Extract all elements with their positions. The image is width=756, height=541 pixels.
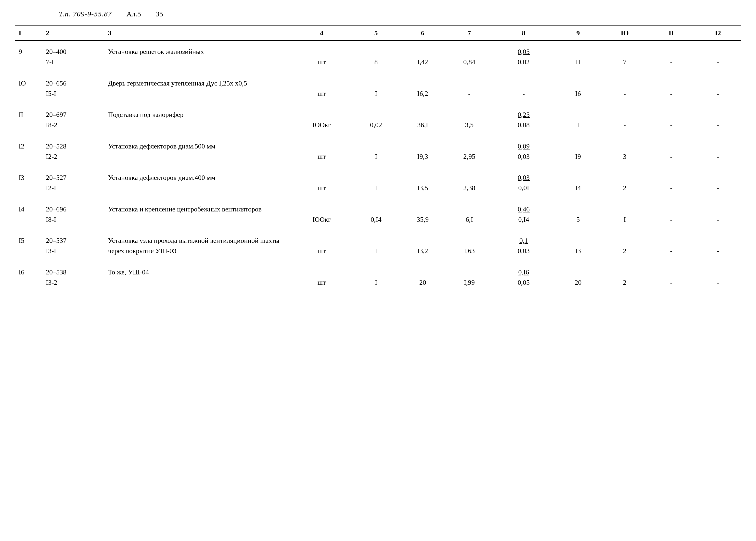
- row-col6: I9,3: [399, 135, 446, 164]
- row-col6: I,42: [399, 40, 446, 70]
- row-description: То же, УШ-04: [104, 261, 291, 290]
- row-col9: I9: [555, 135, 601, 164]
- row-quantity: I: [353, 167, 399, 196]
- row-unit: шт: [291, 167, 353, 196]
- row-col12: -: [695, 261, 741, 290]
- row-col7: -: [446, 72, 493, 101]
- row-description: Дверь герметическая утепленная Дус I,25х…: [104, 72, 291, 101]
- row-col12: -: [695, 104, 741, 133]
- row-col12: -: [695, 230, 741, 259]
- row-col10: 2: [602, 261, 648, 290]
- col-header-2: 2: [42, 26, 104, 40]
- row-code: 20–656 I5-I: [42, 72, 104, 101]
- row-quantity: I: [353, 72, 399, 101]
- table-row: II20–697 I8-2Подставка под калориферIOOк…: [15, 104, 741, 133]
- col-header-5: 5: [353, 26, 399, 40]
- table-row: I220–528 I2-2Установка дефлекторов диам.…: [15, 135, 741, 164]
- row-col7: 6,I: [446, 198, 493, 227]
- row-code: 20–696 I8-I: [42, 198, 104, 227]
- col-header-8: 8: [493, 26, 555, 40]
- row-index: IO: [15, 72, 42, 101]
- row-col11: -: [648, 198, 695, 227]
- col-header-7: 7: [446, 26, 493, 40]
- row-col11: -: [648, 104, 695, 133]
- row-col7: 2,95: [446, 135, 493, 164]
- sheet-label: Ал.5: [127, 10, 141, 18]
- row-col10: 3: [602, 135, 648, 164]
- row-col8: 0,030,0I: [493, 167, 555, 196]
- row-col8: 0,250,08: [493, 104, 555, 133]
- row-code: 20–697 I8-2: [42, 104, 104, 133]
- table-row: I320–527 I2-IУстановка дефлекторов диам.…: [15, 167, 741, 196]
- row-index: 9: [15, 40, 42, 70]
- row-description: Установка дефлекторов диам.400 мм: [104, 167, 291, 196]
- row-col7: 2,38: [446, 167, 493, 196]
- row-col7: I,99: [446, 261, 493, 290]
- row-quantity: I: [353, 261, 399, 290]
- row-quantity: 0,02: [353, 104, 399, 133]
- row-col10: 2: [602, 230, 648, 259]
- row-col6: I6,2: [399, 72, 446, 101]
- row-code: 20–400 7-I: [42, 40, 104, 70]
- row-col9: I: [555, 104, 601, 133]
- page-number: 35: [156, 10, 163, 18]
- row-col6: 35,9: [399, 198, 446, 227]
- row-col10: 7: [602, 40, 648, 70]
- row-unit: шт: [291, 40, 353, 70]
- row-index: I5: [15, 230, 42, 259]
- col-header-6: 6: [399, 26, 446, 40]
- row-col12: -: [695, 40, 741, 70]
- row-col9: I6: [555, 72, 601, 101]
- row-col9: 20: [555, 261, 601, 290]
- row-col8: 0,I60,05: [493, 261, 555, 290]
- row-col11: -: [648, 72, 695, 101]
- row-quantity: I: [353, 135, 399, 164]
- row-col12: -: [695, 167, 741, 196]
- row-col7: 3,5: [446, 104, 493, 133]
- table-header-row: I 2 3 4 5 6 7 8 9 IO II I2: [15, 26, 741, 40]
- row-description: Установка дефлекторов диам.500 мм: [104, 135, 291, 164]
- row-unit: шт: [291, 230, 353, 259]
- row-index: I3: [15, 167, 42, 196]
- row-col10: 2: [602, 167, 648, 196]
- row-col9: II: [555, 40, 601, 70]
- document-header: Т.п. 709-9-55.87 Ал.5 35: [15, 10, 741, 18]
- row-quantity: 8: [353, 40, 399, 70]
- row-col12: -: [695, 135, 741, 164]
- row-code: 20–538 I3-2: [42, 261, 104, 290]
- row-col11: -: [648, 40, 695, 70]
- row-quantity: 0,I4: [353, 198, 399, 227]
- row-col10: -: [602, 104, 648, 133]
- col-header-1: I: [15, 26, 42, 40]
- row-unit: шт: [291, 72, 353, 101]
- row-description: Установка решеток жалюзийных: [104, 40, 291, 70]
- row-col8: -: [493, 72, 555, 101]
- main-table: I 2 3 4 5 6 7 8 9 IO II I2 920–400 7-IУс…: [15, 25, 741, 292]
- row-code: 20–527 I2-I: [42, 167, 104, 196]
- col-header-11: II: [648, 26, 695, 40]
- row-unit: IOOкг: [291, 104, 353, 133]
- col-header-4: 4: [291, 26, 353, 40]
- col-header-10: IO: [602, 26, 648, 40]
- col-header-12: I2: [695, 26, 741, 40]
- row-unit: IOOкг: [291, 198, 353, 227]
- row-col8: 0,090,03: [493, 135, 555, 164]
- row-col9: 5: [555, 198, 601, 227]
- row-col8: 0,050,02: [493, 40, 555, 70]
- table-row: IO20–656 I5-IДверь герметическая утеплен…: [15, 72, 741, 101]
- row-col12: -: [695, 198, 741, 227]
- row-col6: I3,2: [399, 230, 446, 259]
- document-code: Т.п. 709-9-55.87: [59, 10, 112, 18]
- row-col12: -: [695, 72, 741, 101]
- row-unit: шт: [291, 135, 353, 164]
- table-row: I520–537 I3-IУстановка узла прохода вытя…: [15, 230, 741, 259]
- row-col8: 0,460,I4: [493, 198, 555, 227]
- row-col9: I4: [555, 167, 601, 196]
- table-row: I620–538 I3-2То же, УШ-04штI20I,990,I60,…: [15, 261, 741, 290]
- table-row: I420–696 I8-IУстановка и крепление центр…: [15, 198, 741, 227]
- row-quantity: I: [353, 230, 399, 259]
- row-description: Установка и крепление центробежных венти…: [104, 198, 291, 227]
- row-code: 20–537 I3-I: [42, 230, 104, 259]
- row-unit: шт: [291, 261, 353, 290]
- row-col11: -: [648, 261, 695, 290]
